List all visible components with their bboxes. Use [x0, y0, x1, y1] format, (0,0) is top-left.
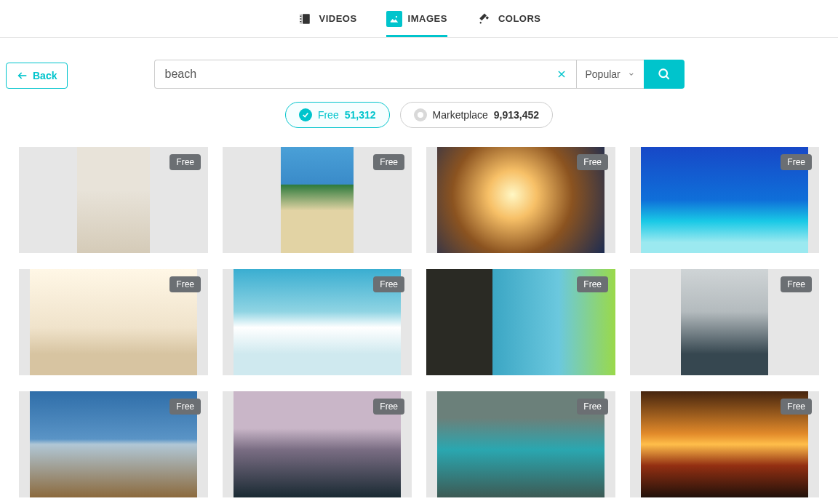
search-input-wrap [154, 60, 576, 89]
svg-point-10 [659, 69, 667, 77]
back-button[interactable]: Back [6, 63, 68, 89]
search-wrap: Popular [154, 60, 685, 89]
svg-line-11 [666, 76, 669, 79]
svg-rect-1 [303, 14, 310, 24]
top-tabs: VIDEOS IMAGES COLORS [0, 0, 838, 38]
results-grid: Free Free Free Free Free Free Free Free … [0, 147, 838, 504]
free-badge: Free [169, 399, 201, 415]
free-badge: Free [577, 276, 608, 292]
sort-selected-label: Popular [586, 68, 620, 80]
filter-market-count: 9,913,452 [494, 109, 539, 121]
filter-free-count: 51,312 [345, 109, 376, 121]
search-row: Back Popular [0, 38, 838, 102]
result-thumb [281, 147, 354, 253]
free-badge: Free [577, 399, 608, 415]
chevron-down-icon [628, 70, 635, 79]
circle-icon [414, 108, 427, 121]
svg-rect-3 [300, 17, 302, 18]
search-button[interactable] [644, 60, 685, 89]
sort-select[interactable]: Popular [576, 60, 645, 89]
video-icon [297, 11, 313, 27]
search-input[interactable] [155, 68, 576, 81]
result-card[interactable]: Free [223, 391, 412, 497]
tab-colors[interactable]: COLORS [476, 0, 541, 37]
result-card[interactable]: Free [630, 391, 819, 497]
result-card[interactable]: Free [426, 147, 615, 253]
free-badge: Free [781, 154, 812, 170]
back-label: Back [33, 70, 57, 81]
tab-images-label: IMAGES [408, 13, 447, 24]
filter-free[interactable]: Free 51,312 [285, 102, 390, 128]
result-card[interactable]: Free [426, 391, 615, 497]
filter-free-label: Free [318, 109, 339, 121]
tab-colors-label: COLORS [498, 13, 541, 24]
free-badge: Free [781, 276, 812, 292]
result-card[interactable]: Free [19, 269, 208, 375]
check-icon [299, 108, 312, 121]
image-icon [386, 11, 402, 27]
close-icon [556, 69, 567, 79]
search-icon [657, 67, 671, 81]
free-badge: Free [169, 276, 201, 292]
tab-videos[interactable]: VIDEOS [297, 0, 356, 37]
svg-rect-4 [300, 19, 302, 20]
colors-icon [476, 11, 492, 27]
filter-marketplace[interactable]: Marketplace 9,913,452 [400, 102, 554, 128]
filter-pills: Free 51,312 Marketplace 9,913,452 [0, 102, 838, 147]
result-card[interactable]: Free [630, 269, 819, 375]
arrow-left-icon [17, 70, 28, 81]
svg-point-6 [395, 15, 396, 17]
result-card[interactable]: Free [19, 391, 208, 497]
tab-videos-label: VIDEOS [319, 13, 356, 24]
result-card[interactable]: Free [223, 147, 412, 253]
result-thumb [77, 147, 150, 253]
result-card[interactable]: Free [630, 147, 819, 253]
free-badge: Free [373, 276, 404, 292]
result-card[interactable]: Free [426, 269, 615, 375]
svg-rect-5 [300, 22, 302, 23]
free-badge: Free [577, 154, 608, 170]
tab-images[interactable]: IMAGES [386, 0, 447, 37]
result-thumb [681, 269, 768, 375]
free-badge: Free [169, 154, 201, 170]
filter-market-label: Marketplace [433, 109, 488, 121]
free-badge: Free [373, 399, 404, 415]
svg-rect-2 [300, 14, 302, 15]
result-card[interactable]: Free [223, 269, 412, 375]
result-card[interactable]: Free [19, 147, 208, 253]
free-badge: Free [781, 399, 812, 415]
clear-search-button[interactable] [554, 67, 569, 81]
free-badge: Free [373, 154, 404, 170]
